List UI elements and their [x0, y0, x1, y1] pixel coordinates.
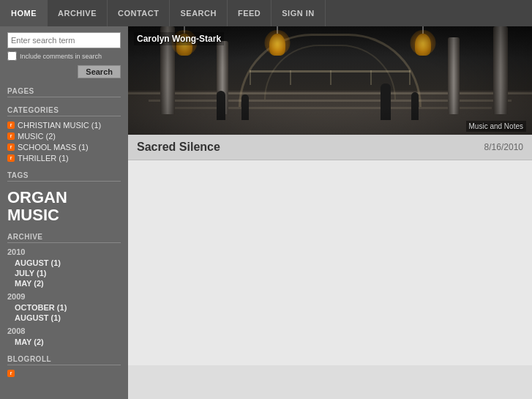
sidebar: Include comments in search Search PAGES … [0, 26, 128, 399]
categories-section-title: CATEGORIES [7, 106, 121, 116]
include-comments-label: Include comments in search [20, 53, 102, 60]
archive-2008: 2008 MAY (2) [7, 327, 121, 346]
tags-section: ORGAN MUSIC [7, 189, 121, 224]
category-school-mass[interactable]: r SCHOOL MASS (1) [7, 143, 121, 152]
category-christian-music[interactable]: r CHRISTIAN MUSIC (1) [7, 121, 121, 130]
post-title[interactable]: Sacred Silence [137, 141, 220, 154]
archive-2009-october[interactable]: OCTOBER (1) [15, 303, 121, 312]
post-content [128, 160, 532, 365]
rss-icon-blogroll: r [7, 370, 15, 377]
tags-section-title: TAGS [7, 171, 121, 182]
archive-2009-august[interactable]: AUGUST (1) [15, 313, 121, 322]
category-label-2: MUSIC (2) [18, 132, 56, 141]
archive-year-2010: 2010 [7, 247, 121, 256]
post-date: 8/16/2010 [484, 142, 523, 152]
nav-archive[interactable]: ARCHIVE [48, 0, 108, 26]
rss-icon-2: r [7, 133, 15, 140]
rss-icon-4: r [7, 154, 15, 162]
include-comments-checkbox[interactable] [7, 51, 17, 61]
nav-signin[interactable]: SIGN IN [271, 0, 325, 26]
nav-feed[interactable]: FEED [228, 0, 271, 26]
blogroll-section-title: BLOGROLL [7, 355, 121, 365]
nav-home[interactable]: HOME [0, 0, 48, 26]
archive-2010-july[interactable]: JULY (1) [15, 269, 121, 277]
pages-section-title: PAGES [7, 87, 121, 97]
archive-2010: 2010 AUGUST (1) JULY (1) MAY (2) [7, 247, 121, 288]
featured-caption-label: Music and Notes [466, 121, 526, 132]
categories-list: r CHRISTIAN MUSIC (1) r MUSIC (2) r SCHO… [7, 121, 121, 163]
category-thriller[interactable]: r THRILLER (1) [7, 154, 121, 163]
category-label-3: SCHOOL MASS (1) [18, 143, 89, 152]
category-label-1: CHRISTIAN MUSIC (1) [18, 121, 101, 130]
rss-icon-3: r [7, 143, 15, 151]
archive-2010-may[interactable]: MAY (2) [15, 279, 121, 288]
archive-2009: 2009 OCTOBER (1) AUGUST (1) [7, 292, 121, 322]
tag-organ[interactable]: ORGAN [7, 189, 121, 206]
archive-year-2008: 2008 [7, 327, 121, 335]
nav-contact[interactable]: CONTACT [108, 0, 170, 26]
featured-image-canvas: Carolyn Wong-Stark Music and Notes [128, 26, 532, 135]
search-button[interactable]: Search [78, 65, 121, 78]
category-label-4: THRILLER (1) [18, 154, 69, 163]
archive-2008-may[interactable]: MAY (2) [15, 338, 121, 346]
top-navigation: HOME ARCHIVE CONTACT SEARCH FEED SIGN IN [0, 0, 532, 26]
search-input[interactable] [7, 32, 121, 48]
include-comments-row: Include comments in search [7, 51, 121, 61]
tag-music[interactable]: MUSIC [7, 206, 121, 224]
featured-author-label: Carolyn Wong-Stark [134, 32, 224, 45]
post-header: Sacred Silence 8/16/2010 [128, 135, 532, 160]
archive-2010-august[interactable]: AUGUST (1) [15, 258, 121, 267]
nav-search[interactable]: SEARCH [170, 0, 227, 26]
category-music[interactable]: r MUSIC (2) [7, 132, 121, 141]
blogroll-item-1[interactable]: r [7, 370, 121, 377]
rss-icon-1: r [7, 122, 15, 129]
main-content: Carolyn Wong-Stark Music and Notes Sacre… [128, 26, 532, 399]
archive-year-2009: 2009 [7, 292, 121, 301]
page-layout: Include comments in search Search PAGES … [0, 26, 532, 399]
archive-section-title: ARCHIVE [7, 233, 121, 243]
featured-image: Carolyn Wong-Stark Music and Notes [128, 26, 532, 135]
